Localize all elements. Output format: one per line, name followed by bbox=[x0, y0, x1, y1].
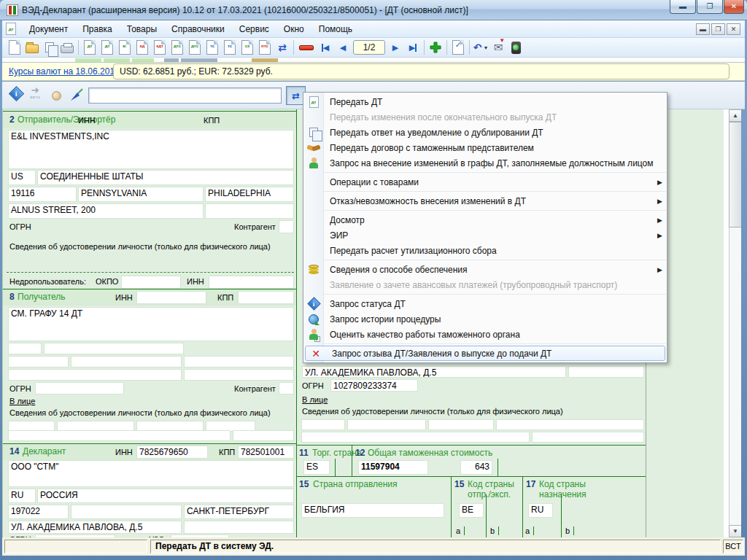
maximize-button[interactable]: ❐ bbox=[697, 0, 723, 14]
sender-counterparty-field[interactable] bbox=[279, 220, 294, 233]
receiver-address-field[interactable] bbox=[8, 369, 182, 381]
menu-item-refusal-changes[interactable]: Отказ/невозможность внесения изменений в… bbox=[303, 193, 667, 209]
receiver-counterparty-field[interactable] bbox=[279, 382, 294, 394]
scrollbar-thumb[interactable] bbox=[729, 122, 741, 228]
menu-item-send-duplication-reply[interactable]: Передать ответ на уведомление о дублиров… bbox=[303, 125, 667, 140]
mdi-minimize-button[interactable]: ▬ bbox=[696, 23, 710, 35]
sender-region-field[interactable]: PENNSYLVANIA bbox=[78, 187, 204, 202]
declarant-country-code-field[interactable]: RU bbox=[8, 489, 36, 503]
receiver-name-field[interactable]: СМ. ГРАФУ 14 ДТ bbox=[8, 307, 294, 341]
receiver-identity-field[interactable] bbox=[8, 430, 231, 441]
last-page-button[interactable]: ▶ bbox=[404, 39, 422, 55]
right-identity-field[interactable] bbox=[532, 432, 644, 443]
g15-country-field[interactable]: БЕЛЬГИЯ bbox=[301, 503, 444, 518]
declarant-region-field[interactable] bbox=[71, 505, 182, 519]
check-document-button[interactable]: ✓ bbox=[449, 39, 467, 55]
scrollbar-down-button[interactable]: ▼ bbox=[729, 525, 741, 537]
dart-icon[interactable] bbox=[69, 88, 84, 104]
g15a-code-field[interactable]: BE bbox=[459, 503, 484, 518]
page-indicator[interactable]: 1/2 bbox=[353, 40, 385, 55]
doc-type-dt-list-button[interactable]: дт bbox=[98, 39, 116, 55]
receiver-address2-field[interactable] bbox=[184, 369, 294, 381]
sender-postal-field[interactable]: 19116 bbox=[8, 187, 77, 202]
doc-type-ts-list-button[interactable]: тс bbox=[221, 39, 239, 55]
receiver-country-field[interactable] bbox=[44, 343, 184, 354]
previous-page-button[interactable]: ◀ bbox=[334, 39, 352, 55]
receiver-kpp-field[interactable] bbox=[238, 291, 294, 304]
receiver-identity-field[interactable] bbox=[233, 430, 294, 441]
dropdown-arrow-icon[interactable]: ▼ bbox=[483, 45, 488, 50]
sender-city-field[interactable]: PHILADELPHIA bbox=[205, 187, 294, 202]
menu-item-request-status[interactable]: i Запрос статуса ДТ bbox=[303, 296, 667, 311]
in-person-link[interactable]: В лице bbox=[9, 397, 35, 405]
menu-item-request-history[interactable]: Запрос истории процедуры bbox=[303, 311, 667, 327]
menu-item-goods-operations[interactable]: Операции с товарами ▶ bbox=[303, 174, 667, 190]
minimize-button[interactable]: ▬ bbox=[670, 0, 696, 14]
menu-item-send-contract[interactable]: Передать договор с таможенным представит… bbox=[303, 140, 667, 155]
menu-item-security-method[interactable]: Сведения о способе обеспечения ▶ bbox=[303, 262, 667, 277]
print-button[interactable] bbox=[58, 39, 76, 55]
g17-code-field[interactable]: RU bbox=[528, 503, 553, 518]
menu-window[interactable]: Окно bbox=[276, 22, 311, 36]
right-identity-field[interactable] bbox=[428, 419, 494, 430]
declarant-country-field[interactable]: РОССИЯ bbox=[37, 489, 294, 503]
declarant-address2-field[interactable] bbox=[184, 521, 294, 534]
menu-item-inspection[interactable]: Досмотр ▶ bbox=[303, 212, 667, 228]
right-address-field[interactable]: УЛ. АКАДЕМИКА ПАВЛОВА, Д.5 bbox=[302, 366, 566, 378]
currency-rates-link[interactable]: Курсы валют на 18.06.2018 bbox=[9, 66, 120, 77]
right-identity-field[interactable] bbox=[347, 419, 426, 430]
right-address2-field[interactable] bbox=[568, 366, 644, 378]
sender-country-field[interactable]: СОЕДИНЕННЫЕ ШТАТЫ bbox=[37, 170, 294, 185]
status-light-button[interactable] bbox=[507, 39, 525, 55]
menu-item-request-official-changes[interactable]: Запрос на внесение изменений в графы ДТ,… bbox=[303, 155, 667, 171]
menu-references[interactable]: Справочники bbox=[164, 22, 232, 36]
right-ogrn-field[interactable]: 1027809233374 bbox=[330, 379, 418, 392]
scrollbar-up-button[interactable]: ▲ bbox=[729, 109, 741, 122]
exchange-button[interactable]: ⇄ bbox=[274, 39, 291, 55]
doc-type-dts-list-button[interactable]: дтс bbox=[186, 39, 204, 55]
sender-name-field[interactable]: E&L INVESTMENTS,INC bbox=[8, 130, 294, 169]
subsoil-okpo-field[interactable] bbox=[121, 276, 181, 289]
add-page-button[interactable] bbox=[427, 39, 444, 55]
doc-type-kd-button[interactable]: кд bbox=[133, 39, 151, 55]
in-person-link[interactable]: В лице bbox=[302, 395, 328, 404]
sender-country-code-field[interactable]: US bbox=[8, 170, 36, 185]
declarant-city-field[interactable]: САНКТ-ПЕТЕРБУРГ bbox=[184, 505, 294, 519]
close-button[interactable]: ✕ bbox=[724, 0, 744, 14]
receiver-inn-field[interactable] bbox=[136, 291, 206, 304]
info-icon[interactable]: i bbox=[9, 86, 24, 101]
declarant-kpp-field[interactable]: 782501001 bbox=[238, 446, 294, 459]
declarant-address-field[interactable]: УЛ. АКАДЕМИКА ПАВЛОВА, Д.5 bbox=[8, 521, 182, 534]
g12-value-field[interactable]: 11597904 bbox=[358, 460, 428, 475]
g11-country-field[interactable]: ES bbox=[303, 460, 330, 475]
subsoil-inn-field[interactable] bbox=[209, 276, 294, 289]
mail-button[interactable]: ✉▼ bbox=[489, 39, 507, 55]
receiver-ogrn-field[interactable] bbox=[35, 382, 124, 394]
right-identity-field[interactable] bbox=[301, 419, 345, 430]
receiver-postal-field[interactable] bbox=[8, 356, 69, 368]
declarant-inn-field[interactable]: 7825679650 bbox=[136, 446, 208, 459]
open-button[interactable] bbox=[23, 39, 41, 55]
right-identity-field[interactable] bbox=[496, 419, 644, 430]
right-identity-field[interactable] bbox=[301, 432, 530, 443]
sender-address2-field[interactable] bbox=[205, 203, 294, 219]
auto-mode-icon[interactable]: ➔авто bbox=[30, 86, 40, 99]
mdi-restore-button[interactable]: ❐ bbox=[711, 23, 725, 35]
doc-type-dt-button[interactable]: дт bbox=[81, 39, 98, 55]
menu-help[interactable]: Помощь bbox=[311, 22, 360, 36]
menu-document[interactable]: Документ bbox=[22, 22, 75, 36]
menu-item-utilization-fee[interactable]: Передать расчет утилизационного сбора bbox=[303, 243, 667, 258]
document-icon[interactable]: дт bbox=[6, 23, 16, 35]
declaration-number-input[interactable] bbox=[88, 88, 282, 104]
doc-type-kdt-button[interactable]: кдт bbox=[151, 39, 169, 55]
doc-type-excel-button[interactable]: сх bbox=[239, 39, 256, 55]
first-page-button[interactable]: ◀ bbox=[317, 39, 334, 55]
receiver-region-field[interactable] bbox=[71, 356, 182, 368]
doc-type-v-button[interactable]: в: bbox=[116, 39, 133, 55]
menu-item-request-withdrawal[interactable]: ✕ Запрос отзыва ДТ/Заявления о выпуске д… bbox=[305, 346, 665, 361]
doc-type-dts-button[interactable]: дтс bbox=[169, 39, 186, 55]
declarant-name-field[interactable]: ООО "СТМ" bbox=[8, 460, 294, 487]
g12-currency-code-field[interactable]: 643 bbox=[460, 460, 492, 475]
menu-goods[interactable]: Товары bbox=[120, 22, 164, 36]
send-document-button[interactable]: ↶▼ bbox=[472, 39, 489, 55]
